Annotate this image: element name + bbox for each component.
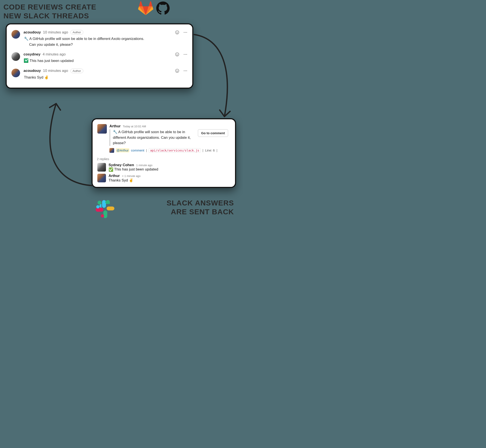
- slack-reply: Arthur < 1 minute ago Thanks Syd ✌️: [97, 173, 230, 184]
- comment-time: 10 minutes ago: [43, 69, 68, 73]
- svg-rect-0: [102, 200, 106, 208]
- avatar: [97, 124, 107, 134]
- svg-point-11: [176, 32, 177, 32]
- svg-point-26: [185, 70, 186, 71]
- heading-bottom: SLACK ANSWERSARE SENT BACK: [167, 199, 234, 216]
- github-comment: cosydney 4 minutes ago This has just bee…: [11, 51, 188, 68]
- comment-time: 4 minutes ago: [42, 52, 66, 56]
- reply-text: Thanks Syd ✌️: [109, 178, 141, 183]
- author-badge: Author: [70, 69, 83, 73]
- reply-time: 1 minute ago: [136, 164, 152, 167]
- reply-time: < 1 minute ago: [122, 174, 141, 178]
- more-icon[interactable]: [183, 69, 188, 73]
- svg-point-20: [185, 54, 186, 55]
- heading-top: CODE REVIEWS CREATENEW SLACK THREADS: [3, 3, 96, 20]
- svg-point-15: [186, 32, 187, 32]
- mention[interactable]: @Arthur: [116, 148, 129, 152]
- svg-rect-1: [107, 207, 114, 210]
- quoted-text: 🔧 A GitHub profile will soon be able to …: [109, 129, 196, 146]
- comment-author[interactable]: acoudouy: [24, 30, 41, 34]
- check-icon: [24, 58, 28, 63]
- svg-point-19: [184, 54, 184, 55]
- github-thread-panel: acoudouy 10 minutes ago Author 🔧 A GitHu…: [6, 23, 193, 89]
- svg-point-17: [176, 54, 177, 54]
- comment-text: 🔧 A GitHub profile will soon be able to …: [24, 36, 188, 48]
- slack-reply: Sydney Cohen 1 minute ago ✅This has just…: [97, 162, 230, 173]
- svg-point-18: [178, 54, 178, 54]
- reply-author[interactable]: Arthur: [109, 174, 120, 178]
- emoji-react-icon[interactable]: [175, 69, 179, 73]
- replies-count: 2 replies: [97, 157, 230, 161]
- message-author[interactable]: Arthur: [109, 124, 121, 128]
- svg-rect-8: [96, 205, 99, 208]
- svg-point-13: [184, 32, 184, 32]
- svg-point-22: [175, 69, 179, 72]
- reply-author[interactable]: Sydney Cohen: [109, 163, 134, 167]
- svg-point-27: [186, 70, 187, 71]
- avatar: [109, 148, 114, 153]
- comment-text: This has just been updated: [24, 58, 188, 64]
- github-comment: acoudouy 10 minutes ago Author 🔧 A GitHu…: [11, 28, 188, 51]
- svg-point-14: [185, 32, 186, 32]
- author-badge: Author: [70, 30, 83, 34]
- vcs-icons: [138, 1, 170, 15]
- message-time: Today at 10:02 AM: [123, 125, 146, 128]
- more-icon[interactable]: [183, 30, 188, 34]
- file-path: api/slack/services/slack.js: [149, 148, 201, 152]
- svg-point-21: [186, 54, 187, 55]
- more-icon[interactable]: [183, 52, 188, 56]
- arrow-right-icon: [188, 30, 237, 129]
- comment-text: Thanks Syd ✌️: [24, 74, 188, 80]
- svg-point-12: [178, 32, 178, 32]
- comment-author[interactable]: acoudouy: [24, 69, 41, 73]
- svg-point-24: [178, 70, 178, 71]
- svg-point-25: [184, 70, 184, 71]
- svg-rect-6: [105, 201, 109, 204]
- line-number: Line: 6: [205, 148, 215, 152]
- arrow-left-icon: [34, 91, 99, 194]
- avatar: [11, 30, 20, 39]
- gitlab-icon: [138, 1, 153, 15]
- slack-thread-panel: Arthur Today at 10:02 AM 🔧 A GitHub prof…: [91, 118, 236, 188]
- comment-link[interactable]: comment: [131, 148, 144, 152]
- comment-author[interactable]: cosydney: [24, 52, 40, 56]
- svg-point-10: [175, 31, 179, 34]
- avatar: [97, 163, 106, 172]
- svg-rect-3: [103, 210, 107, 218]
- avatar: [11, 52, 20, 61]
- avatar: [97, 174, 106, 182]
- emoji-react-icon[interactable]: [175, 30, 179, 34]
- svg-point-16: [175, 53, 179, 56]
- github-icon: [156, 1, 170, 15]
- message-metadata: @Arthur comment | api/slack/services/sla…: [109, 148, 230, 153]
- emoji-react-icon[interactable]: [175, 52, 179, 56]
- svg-rect-9: [101, 214, 104, 217]
- github-comment: acoudouy 10 minutes ago Author Thanks Sy…: [11, 68, 188, 84]
- go-to-comment-button[interactable]: Go to comment: [198, 129, 228, 137]
- svg-point-23: [176, 70, 177, 71]
- avatar: [11, 69, 20, 77]
- slack-message: Arthur Today at 10:02 AM 🔧 A GitHub prof…: [97, 123, 230, 155]
- comment-time: 10 minutes ago: [43, 30, 68, 34]
- reply-text: ✅This has just been updated: [109, 167, 158, 172]
- slack-icon: [95, 200, 114, 219]
- check-icon: ✅: [109, 167, 113, 172]
